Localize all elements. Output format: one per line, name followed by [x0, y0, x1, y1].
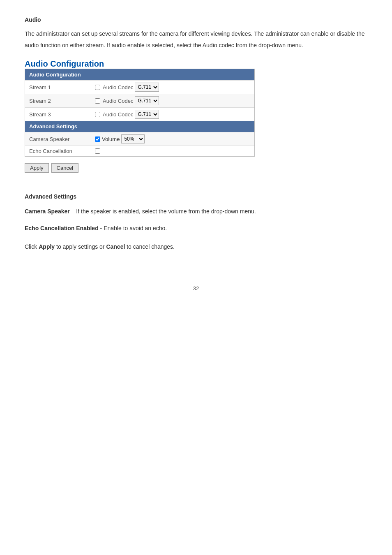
audio-config-table: Audio Configuration Stream 1 Audio Codec… — [25, 69, 255, 157]
stream3-codec-select[interactable]: G.711 G.726 — [135, 110, 159, 119]
stream1-codec-label: Audio Codec — [103, 84, 133, 90]
button-row: Apply Cancel — [25, 163, 367, 173]
volume-select[interactable]: 10% 20% 30% 40% 50% 60% 70% 80% 90% 100% — [121, 134, 145, 143]
stream3-controls: Audio Codec G.711 G.726 — [95, 110, 159, 119]
bottom-suffix: to cancel changes. — [125, 243, 175, 250]
echo-cancellation-desc: Echo Cancellation Enabled - Enable to av… — [25, 223, 367, 234]
stream2-codec-label: Audio Codec — [103, 98, 133, 104]
bottom-apply-bold: Apply — [39, 243, 55, 250]
camera-speaker-label: Camera Speaker — [29, 136, 95, 142]
bottom-mid: to apply settings or — [55, 243, 106, 250]
camera-speaker-bold: Camera Speaker — [25, 208, 70, 215]
stream2-controls: Audio Codec G.711 G.726 — [95, 96, 159, 105]
stream1-label: Stream 1 — [29, 84, 95, 90]
advanced-section: Advanced Settings Camera Speaker – If th… — [25, 193, 367, 252]
stream2-row: Stream 2 Audio Codec G.711 G.726 — [25, 94, 254, 107]
volume-label: Volume — [102, 136, 120, 142]
camera-speaker-row: Camera Speaker Volume 10% 20% 30% 40% 50… — [25, 132, 254, 146]
stream1-codec-select[interactable]: G.711 G.726 — [135, 83, 159, 92]
camera-speaker-desc-text: – If the speaker is enabled, select the … — [71, 208, 256, 215]
audio-section-title: Audio — [25, 16, 367, 23]
echo-cancellation-checkbox[interactable] — [95, 148, 100, 154]
stream1-checkbox[interactable] — [95, 85, 100, 90]
stream3-row: Stream 3 Audio Codec G.711 G.726 — [25, 107, 254, 121]
bottom-note-prefix: Click — [25, 243, 39, 250]
bottom-note: Click Apply to apply settings or Cancel … — [25, 242, 367, 252]
camera-speaker-desc: Camera Speaker – If the speaker is enabl… — [25, 206, 367, 217]
stream1-row: Stream 1 Audio Codec G.711 G.726 — [25, 80, 254, 94]
stream2-codec-select[interactable]: G.711 G.726 — [135, 96, 159, 105]
stream3-codec-label: Audio Codec — [103, 111, 133, 118]
echo-cancellation-label: Echo Cancellation — [29, 148, 95, 154]
echo-cancellation-row: Echo Cancellation — [25, 146, 254, 156]
echo-label-bold: Echo Cancellation Enabled — [25, 225, 99, 231]
stream1-controls: Audio Codec G.711 G.726 — [95, 83, 159, 92]
audio-description: The administrator can set up several str… — [25, 28, 367, 51]
page-number: 32 — [25, 285, 367, 291]
group1-header: Audio Configuration — [25, 69, 254, 80]
camera-speaker-checkbox[interactable] — [95, 136, 100, 142]
echo-cancellation-controls — [95, 148, 100, 154]
stream2-checkbox[interactable] — [95, 98, 100, 104]
camera-speaker-controls: Volume 10% 20% 30% 40% 50% 60% 70% 80% 9… — [95, 134, 145, 143]
stream3-checkbox[interactable] — [95, 112, 100, 117]
apply-button[interactable]: Apply — [25, 163, 49, 173]
stream3-label: Stream 3 — [29, 111, 95, 118]
bottom-cancel-bold: Cancel — [106, 243, 125, 250]
advanced-section-title: Advanced Settings — [25, 193, 367, 200]
group2-header: Advanced Settings — [25, 121, 254, 132]
stream2-label: Stream 2 — [29, 98, 95, 104]
echo-desc-text2: - Enable to avoid an echo. — [100, 225, 167, 231]
cancel-button[interactable]: Cancel — [51, 163, 78, 173]
config-section-heading: Audio Configuration — [25, 59, 367, 69]
